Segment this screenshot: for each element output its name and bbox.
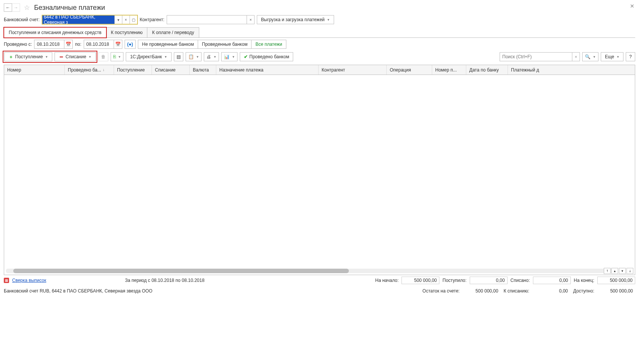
- counterparty-input[interactable]: [167, 16, 247, 24]
- col-number[interactable]: Номер: [4, 65, 65, 75]
- scroll-thumb[interactable]: [13, 269, 349, 273]
- copy-button[interactable]: ⎘▼: [111, 52, 124, 61]
- col-counterparty[interactable]: Контрагент: [319, 65, 387, 75]
- col-currency[interactable]: Валюта: [190, 65, 216, 75]
- chevron-down-icon: ▼: [89, 55, 92, 59]
- directbank-label: 1С:ДиректБанк: [130, 54, 162, 59]
- counterparty-clear-icon[interactable]: ×: [247, 16, 254, 24]
- highlight-box: + Поступление ▼ ━ Списание ▼: [4, 52, 96, 62]
- proved-button[interactable]: ✔ Проведено банком: [240, 52, 293, 61]
- date-to[interactable]: 📅: [84, 40, 122, 49]
- footer-summary: ▦ Сверка выписок За период с 08.10.2018 …: [2, 275, 637, 286]
- bank-filter-segmented: Не проведенные банком Проведенные банком…: [138, 40, 286, 49]
- col-paydoc[interactable]: Платежный д: [508, 65, 546, 75]
- more-label: Еще: [605, 54, 614, 59]
- seg-not-bank[interactable]: Не проведенные банком: [138, 40, 198, 49]
- scroll-up-icon[interactable]: ▲: [611, 268, 618, 274]
- close-icon[interactable]: ✕: [630, 3, 634, 9]
- clipboard-icon: 📋: [188, 54, 194, 59]
- counterparty-combo[interactable]: ×: [167, 15, 255, 24]
- proved-label: Проведено банком: [249, 54, 289, 59]
- in-label: Поступило:: [442, 278, 466, 283]
- table-header: Номер Проведено ба...↓ Поступление Списа…: [4, 65, 635, 75]
- tab-movements[interactable]: Поступления и списания денежных средств: [4, 27, 106, 38]
- delete-button[interactable]: 🗑: [98, 52, 108, 61]
- scroll-first-icon[interactable]: ⤒: [604, 268, 611, 274]
- document-icon: ▦: [4, 278, 9, 283]
- refresh-period-button[interactable]: (●): [125, 40, 136, 49]
- chevron-down-icon: ▼: [213, 55, 216, 59]
- start-label: На начало:: [375, 278, 399, 283]
- list-button[interactable]: ▤: [174, 52, 183, 61]
- clipboard-button[interactable]: 📋▼: [186, 52, 202, 61]
- report-button[interactable]: 📊▼: [221, 52, 237, 61]
- sort-down-icon: ↓: [103, 68, 105, 72]
- scroll-nav: ⤒ ▲ ▼ ⤓: [604, 268, 633, 274]
- outcome-button[interactable]: ━ Списание ▼: [55, 52, 95, 61]
- trash-icon: 🗑: [101, 54, 106, 59]
- back-button[interactable]: ←: [4, 3, 12, 12]
- chevron-down-icon: ▼: [118, 55, 121, 59]
- balance-value: 500 000,00: [462, 287, 500, 295]
- help-button[interactable]: ?: [626, 52, 635, 61]
- chevron-down-icon: ▼: [327, 18, 330, 22]
- calendar-icon[interactable]: 📅: [114, 40, 122, 48]
- account-combo[interactable]: 6442 в ПАО СБЕРБАНК, Северная з ▾ × ▢: [42, 15, 137, 24]
- print-icon: 🖨: [206, 54, 211, 59]
- more-button[interactable]: Еще ▼: [601, 52, 623, 61]
- in-value: 0,00: [470, 277, 508, 284]
- account-info: Банковский счет RUB, 6442 в ПАО СБЕРБАНК…: [4, 288, 152, 294]
- report-icon: 📊: [224, 54, 230, 59]
- date-from-input[interactable]: [34, 40, 64, 48]
- col-bank-date[interactable]: Проведено ба...↓: [65, 65, 114, 75]
- col-income[interactable]: Поступление: [114, 65, 152, 75]
- print-button[interactable]: 🖨▼: [204, 52, 219, 61]
- date-from[interactable]: 📅: [34, 40, 73, 49]
- seg-all[interactable]: Все платежи: [251, 40, 286, 49]
- find-button[interactable]: 🔍▼: [582, 52, 598, 61]
- towrite-value: 0,00: [532, 287, 570, 295]
- favorite-icon[interactable]: ☆: [23, 3, 31, 12]
- out-value: 0,00: [533, 277, 571, 284]
- plus-icon: +: [8, 54, 14, 59]
- search-clear-icon[interactable]: ×: [572, 53, 580, 61]
- date-row: Проведено с: 📅 по: 📅 (●) Не проведенные …: [2, 38, 637, 50]
- h-scrollbar[interactable]: [6, 269, 616, 273]
- tab-incoming[interactable]: К поступлению: [106, 27, 148, 38]
- tab-outgoing[interactable]: К оплате / переводу: [147, 27, 199, 38]
- chevron-down-icon: ▼: [45, 55, 48, 59]
- account-value: 6442 в ПАО СБЕРБАНК, Северная з: [42, 16, 114, 24]
- list-icon: ▤: [177, 54, 181, 59]
- end-label: На конец:: [574, 278, 594, 283]
- footer-balance: Банковский счет RUB, 6442 в ПАО СБЕРБАНК…: [2, 286, 637, 296]
- filter-row: Банковский счет: 6442 в ПАО СБЕРБАНК, Се…: [2, 14, 637, 26]
- chevron-down-icon: ▼: [616, 55, 619, 59]
- seg-bank[interactable]: Проведенные банком: [198, 40, 252, 49]
- avail-label: Доступно:: [573, 288, 594, 294]
- search-icon: 🔍: [585, 54, 591, 59]
- col-docnum[interactable]: Номер п...: [432, 65, 466, 75]
- scroll-last-icon[interactable]: ⤓: [627, 268, 633, 274]
- col-outcome[interactable]: Списание: [152, 65, 190, 75]
- header: ← → ☆ Безналичные платежи ✕: [2, 2, 637, 14]
- income-button[interactable]: + Поступление ▼: [4, 52, 52, 61]
- calendar-icon[interactable]: 📅: [64, 40, 72, 48]
- export-import-button[interactable]: Выгрузка и загрузка платежей ▼: [257, 15, 334, 24]
- account-dropdown-icon[interactable]: ▾: [114, 16, 122, 24]
- col-operation[interactable]: Операция: [387, 65, 432, 75]
- scroll-down-icon[interactable]: ▼: [619, 268, 626, 274]
- account-label: Банковский счет:: [4, 17, 40, 22]
- col-bankdate2[interactable]: Дата по банку: [466, 65, 508, 75]
- page-title: Безналичные платежи: [34, 4, 105, 12]
- forward-button[interactable]: →: [12, 3, 20, 12]
- account-open-icon[interactable]: ▢: [130, 16, 137, 24]
- account-clear-icon[interactable]: ×: [122, 16, 130, 24]
- search-box[interactable]: ×: [500, 52, 580, 61]
- date-to-input[interactable]: [84, 40, 114, 48]
- reconcile-link[interactable]: Сверка выписок: [12, 278, 46, 283]
- col-purpose[interactable]: Назначение платежа: [216, 65, 319, 75]
- chevron-down-icon: ▼: [593, 55, 596, 59]
- search-input[interactable]: [500, 53, 572, 61]
- export-import-label: Выгрузка и загрузка платежей: [261, 17, 325, 22]
- directbank-button[interactable]: 1С:ДиректБанк ▼: [126, 52, 171, 61]
